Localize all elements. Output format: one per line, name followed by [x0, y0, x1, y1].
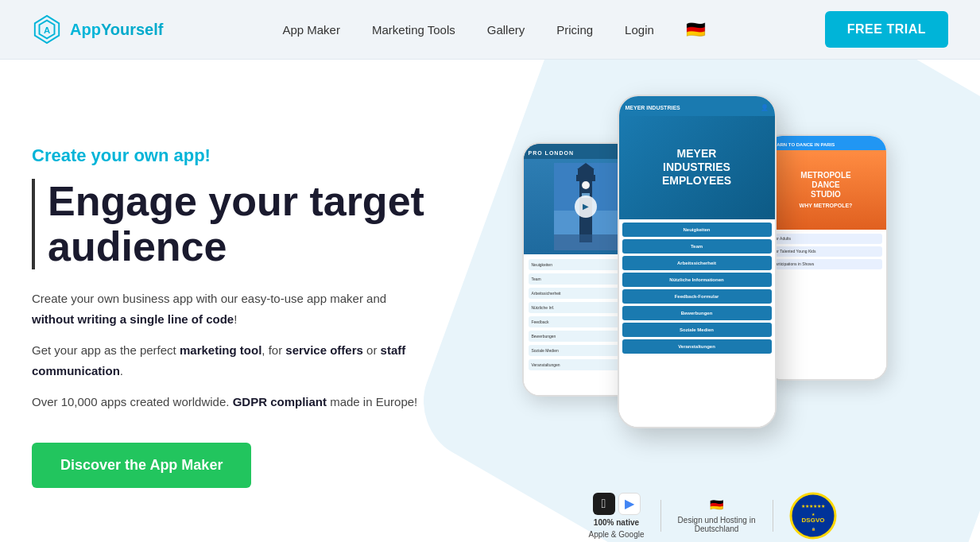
phones-display: PRO LONDON — [522, 95, 904, 476]
header: A AppYourself App Maker Marketing Tools … — [0, 0, 980, 60]
hero-left: Create your own app! Engage your target … — [32, 145, 477, 488]
phone-center-header: MEYER INDUSTRIES 👤 — [619, 96, 775, 116]
phone-center-hero: MEYERINDUSTRIESEMPLOYEES — [619, 116, 775, 219]
design-label: Design und Hosting in Deutschland — [677, 516, 757, 533]
right-menu-3: Participations in Shows — [770, 259, 882, 269]
studio-name: METROPOLEDANCESTUDIO — [800, 171, 850, 199]
logo-text: AppYourself — [70, 21, 163, 39]
svg-text:🔒: 🔒 — [811, 527, 815, 531]
native-label: 100% native — [594, 518, 639, 527]
center-menu-1: Neuigkeiten — [622, 223, 772, 237]
nav-marketing-tools[interactable]: Marketing Tools — [372, 23, 455, 37]
main-nav: App Maker Marketing Tools Gallery Pricin… — [282, 20, 705, 39]
svg-rect-7 — [578, 169, 594, 177]
apple-store-icon:  — [593, 493, 615, 515]
svg-text:DSGVO: DSGVO — [801, 517, 824, 524]
company-name: MEYERINDUSTRIESEMPLOYEES — [662, 147, 731, 187]
phone-right-menu: For Adults For Talented Young Kids Parti… — [766, 230, 886, 379]
hero-section: Create your own app! Engage your target … — [0, 60, 980, 542]
svg-point-10 — [583, 182, 589, 188]
center-menu-6: Bewerbungen — [622, 306, 772, 320]
center-menu-2: Team — [622, 239, 772, 254]
badge-design: 🇩🇪 Design und Hosting in Deutschland — [677, 498, 757, 533]
center-menu-4: Nützliche Informationen — [622, 273, 772, 287]
nav-gallery[interactable]: Gallery — [487, 23, 525, 37]
logo-link[interactable]: A AppYourself — [32, 14, 163, 45]
phone-right: LEARN TO DANCE IN PARIS METROPOLEDANCEST… — [765, 134, 888, 381]
hero-desc-3: Over 10,000 apps created worldwide. GDPR… — [32, 392, 429, 412]
dsgvo-badge-svg: ★★★★★★ ★ DSGVO 🔒 — [789, 492, 837, 540]
right-menu-1: For Adults — [770, 234, 882, 244]
free-trial-button[interactable]: FREE TRIAL — [825, 11, 948, 48]
separator-1 — [660, 500, 661, 532]
hero-right: PRO LONDON — [477, 95, 948, 540]
badge-native:  ▶ 100% native Apple & Google — [588, 493, 644, 539]
hero-tagline: Create your own app! — [32, 145, 477, 166]
center-menu-7: Soziale Medien — [622, 323, 772, 337]
separator-2 — [773, 500, 773, 532]
nav-login[interactable]: Login — [625, 23, 654, 37]
nav-pricing[interactable]: Pricing — [556, 23, 593, 37]
svg-text:A: A — [44, 25, 50, 35]
play-button[interactable]: ▶ — [575, 196, 597, 218]
nav-app-maker[interactable]: App Maker — [282, 23, 340, 37]
platform-label: Apple & Google — [588, 530, 644, 539]
language-flag[interactable]: 🇩🇪 — [686, 20, 706, 39]
svg-rect-12 — [554, 234, 618, 250]
phone-right-header: LEARN TO DANCE IN PARIS — [766, 136, 886, 150]
german-flag-black: 🇩🇪 — [710, 498, 723, 511]
badge-dsgvo: ★★★★★★ ★ DSGVO 🔒 — [789, 492, 837, 540]
hero-desc-1: Create your own business app with our ea… — [32, 288, 429, 329]
cta-discover-button[interactable]: Discover the App Maker — [32, 443, 251, 488]
hero-heading: Engage your target audience — [32, 179, 477, 269]
studio-subtitle: WHY METROPOLE? — [800, 203, 853, 208]
center-menu-8: Veranstaltungen — [622, 339, 772, 354]
phone-center-menu: Neuigkeiten Team Arbeitssicherheit Nützl… — [619, 219, 775, 427]
center-menu-3: Arbeitssicherheit — [622, 256, 772, 270]
badges-row:  ▶ 100% native Apple & Google 🇩🇪 Design… — [580, 492, 844, 540]
right-menu-2: For Talented Young Kids — [770, 246, 882, 257]
center-menu-5: Feedback-Formular — [622, 289, 772, 304]
phone-right-hero: METROPOLEDANCESTUDIO WHY METROPOLE? — [766, 150, 886, 230]
hero-desc-2: Get your app as the perfect marketing to… — [32, 340, 429, 381]
svg-text:★★★★★★: ★★★★★★ — [801, 504, 825, 509]
logo-icon: A — [32, 14, 62, 45]
phone-center: MEYER INDUSTRIES 👤 MEYERINDUSTRIESEMPLOY… — [618, 95, 777, 428]
google-play-icon: ▶ — [618, 493, 641, 515]
